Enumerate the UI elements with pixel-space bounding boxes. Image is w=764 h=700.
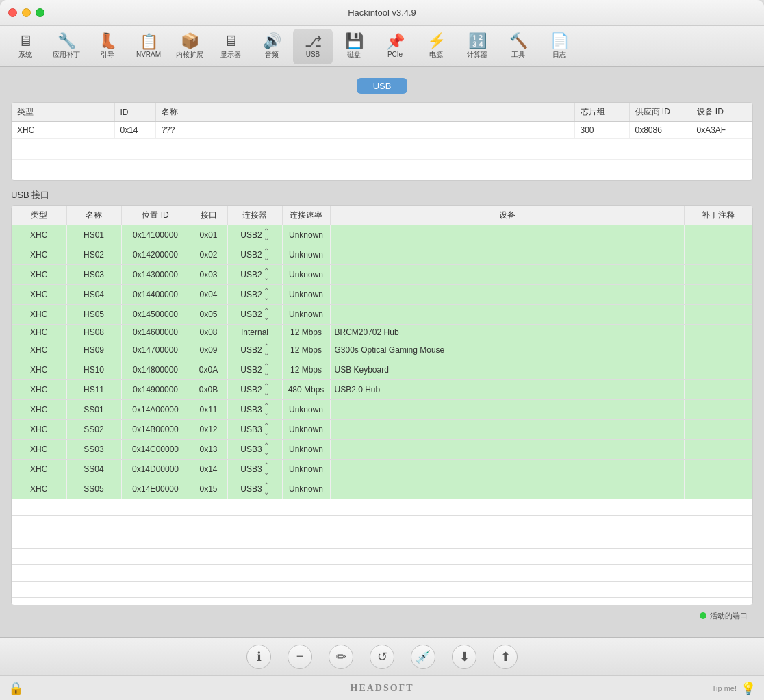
cell-patch [684, 419, 752, 439]
cell-location: 0x14E00000 [121, 479, 190, 499]
cell-name: HS10 [66, 360, 121, 379]
cell-name: HS03 [66, 264, 121, 284]
cell-name: SS01 [66, 399, 121, 419]
cell-type: XHC [12, 264, 66, 284]
cell-connector: USB2 ⌃⌄ [227, 264, 282, 284]
col-vendor-id: 供应商 ID [629, 103, 691, 122]
toolbar-system[interactable]: 🖥 系统 [5, 29, 45, 64]
tip-icon: 💡 [741, 681, 756, 696]
cell-vendor-id: 0x8086 [629, 122, 691, 139]
cell-connector: USB2 ⌃⌄ [227, 304, 282, 324]
col-chipset: 芯片组 [574, 103, 629, 122]
disk-icon: 💾 [345, 34, 364, 49]
table-row-empty [12, 499, 752, 515]
cell-device [330, 264, 684, 284]
ports-table-body: XHC HS01 0x14100000 0x01 USB2 ⌃⌄ Unknown… [12, 225, 752, 597]
cell-name: HS11 [66, 379, 121, 399]
ph-speed: 连接速率 [282, 206, 330, 225]
ph-patch: 补丁注释 [684, 206, 752, 225]
cell-name: SS03 [66, 439, 121, 459]
cell-port: 0x08 [190, 324, 227, 340]
cell-device [330, 284, 684, 304]
cell-speed: Unknown [282, 225, 330, 245]
refresh-button[interactable]: ↺ [370, 645, 394, 669]
cell-location: 0x14100000 [121, 225, 190, 245]
table-row: XHC HS05 0x14500000 0x05 USB2 ⌃⌄ Unknown [12, 304, 752, 324]
audio-label: 音频 [265, 50, 279, 60]
ph-type: 类型 [12, 206, 66, 225]
inject-button[interactable]: 💉 [411, 645, 435, 669]
cell-speed: Unknown [282, 459, 330, 479]
toolbar-patch[interactable]: 🔧 应用补丁 [47, 29, 86, 64]
cell-speed: Unknown [282, 284, 330, 304]
cell-type: XHC [12, 284, 66, 304]
patch-icon: 🔧 [58, 34, 76, 49]
clean-button[interactable]: ✏ [329, 645, 353, 669]
cell-type: XHC [12, 245, 66, 264]
cell-connector: USB3 ⌃⌄ [227, 439, 282, 459]
power-icon: ⚡ [427, 34, 446, 49]
cell-location: 0x14500000 [121, 304, 190, 324]
info-button[interactable]: ℹ [246, 645, 271, 669]
cell-port: 0x0B [190, 379, 227, 399]
cell-device [330, 304, 684, 324]
export-button[interactable]: ⬆ [493, 645, 518, 669]
col-device-id: 设备 ID [691, 103, 752, 122]
col-name: 名称 [155, 103, 574, 122]
remove-button[interactable]: − [288, 645, 312, 669]
ports-table-container[interactable]: 类型 名称 位置 ID 接口 连接器 连接速率 设备 补丁注释 XHC HS01 [11, 205, 753, 606]
cell-connector: USB3 ⌃⌄ [227, 399, 282, 419]
window-title: Hackintool v3.4.9 [348, 8, 416, 18]
cell-patch [684, 439, 752, 459]
cell-location: 0x14800000 [121, 360, 190, 379]
ph-location: 位置 ID [121, 206, 190, 225]
top-table-container: 类型 ID 名称 芯片组 供应商 ID 设备 ID XHC 0x14 ??? 3… [11, 102, 753, 181]
cell-speed: Unknown [282, 399, 330, 419]
cell-speed: 12 Mbps [282, 360, 330, 379]
usb-icon: ⎇ [305, 34, 322, 49]
cell-patch [684, 479, 752, 499]
toolbar-log[interactable]: 📄 日志 [539, 29, 579, 64]
toolbar-audio[interactable]: 🔊 音频 [252, 29, 292, 64]
power-label: 电源 [429, 50, 443, 60]
lock-icon: 🔒 [8, 681, 23, 696]
toolbar-tools[interactable]: 🔨 工具 [498, 29, 538, 64]
cell-patch [684, 225, 752, 245]
maximize-button[interactable] [36, 8, 44, 17]
cell-location: 0x14900000 [121, 379, 190, 399]
cell-speed: Unknown [282, 479, 330, 499]
toolbar-usb[interactable]: ⎇ USB [293, 29, 333, 64]
cell-type: XHC [12, 122, 114, 139]
cell-device: USB2.0 Hub [330, 379, 684, 399]
ports-table-header-row: 类型 名称 位置 ID 接口 连接器 连接速率 设备 补丁注释 [12, 206, 752, 225]
cell-type: XHC [12, 399, 66, 419]
audio-icon: 🔊 [263, 34, 281, 49]
boot-label: 引导 [101, 50, 114, 60]
ph-device: 设备 [330, 206, 684, 225]
toolbar-disk[interactable]: 💾 磁盘 [334, 29, 374, 64]
cell-connector: Internal [227, 324, 282, 340]
toolbar-display[interactable]: 🖥 显示器 [211, 29, 251, 64]
import-button[interactable]: ⬇ [452, 645, 476, 669]
statusbar-right: Tip me! 💡 [712, 681, 756, 696]
usb-header: USB [11, 78, 753, 94]
cell-location: 0x14300000 [121, 264, 190, 284]
titlebar: Hackintool v3.4.9 [0, 0, 764, 26]
table-row: XHC HS04 0x14400000 0x04 USB2 ⌃⌄ Unknown [12, 284, 752, 304]
toolbar-boot[interactable]: 👢 引导 [88, 29, 127, 64]
toolbar-power[interactable]: ⚡ 电源 [416, 29, 456, 64]
cell-name: HS01 [66, 225, 121, 245]
table-row-empty [12, 548, 752, 564]
toolbar: 🖥 系统 🔧 应用补丁 👢 引导 📋 NVRAM 📦 内核扩展 🖥 显示器 🔊 … [0, 26, 764, 67]
table-row: XHC SS02 0x14B00000 0x12 USB3 ⌃⌄ Unknown [12, 419, 752, 439]
cell-patch [684, 304, 752, 324]
top-table: 类型 ID 名称 芯片组 供应商 ID 设备 ID XHC 0x14 ??? 3… [12, 103, 752, 180]
minimize-button[interactable] [22, 8, 31, 17]
content-area: USB 类型 ID 名称 芯片组 供应商 ID 设备 ID XHC [0, 67, 764, 637]
close-button[interactable] [8, 8, 17, 17]
toolbar-nvram[interactable]: 📋 NVRAM [129, 29, 168, 64]
toolbar-kext[interactable]: 📦 内核扩展 [170, 29, 209, 64]
toolbar-calc[interactable]: 🔢 计算器 [457, 29, 497, 64]
active-port-dot [700, 612, 706, 619]
toolbar-pcie[interactable]: 📌 PCIe [375, 29, 415, 64]
